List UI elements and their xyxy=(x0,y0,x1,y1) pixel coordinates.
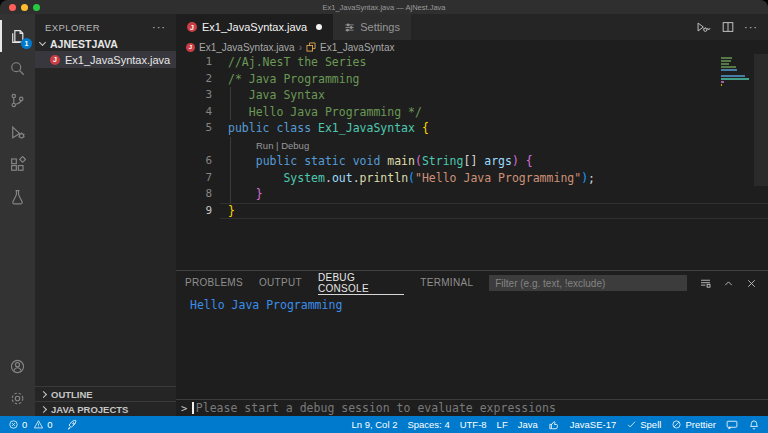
code-line: 7 System.out.println("Hello Java Program… xyxy=(176,170,768,187)
code-lines: 1//Aj.NesT the Series2/* Java Programmin… xyxy=(176,54,768,219)
line-number: 1 xyxy=(176,54,212,71)
minimap-line xyxy=(721,66,736,68)
chevron-down-icon: ⌄ xyxy=(705,23,712,32)
tab-settings[interactable]: Settings xyxy=(333,14,412,40)
debug-console-content: Hello Java Programming xyxy=(176,295,768,399)
problems-indicator[interactable]: 0 0 xyxy=(8,419,53,430)
window-controls xyxy=(0,4,40,11)
code-line: 8 } xyxy=(176,186,768,203)
modified-dot-icon[interactable] xyxy=(316,24,322,30)
activity-accounts[interactable] xyxy=(0,350,35,382)
panel-header: PROBLEMS OUTPUT DEBUG CONSOLE TERMINAL xyxy=(176,271,768,295)
sidebar-title: EXPLORER xyxy=(45,22,100,33)
line-number: 8 xyxy=(176,186,212,203)
error-icon xyxy=(8,419,19,430)
jdk-version[interactable]: JavaSE-17 xyxy=(570,419,616,430)
codelens-row: Run | Debug xyxy=(176,137,768,154)
cursor-position[interactable]: Ln 9, Col 2 xyxy=(351,419,397,430)
close-panel-icon[interactable] xyxy=(745,277,758,290)
panel-tab-output[interactable]: OUTPUT xyxy=(259,272,302,295)
panel-tab-problems[interactable]: PROBLEMS xyxy=(185,272,243,295)
activity-extensions[interactable] xyxy=(0,148,35,180)
text-cursor xyxy=(192,402,194,414)
panel-tab-debug-console[interactable]: DEBUG CONSOLE xyxy=(318,272,404,295)
breadcrumb-symbol[interactable]: Ex1_JavaSyntax xyxy=(320,42,395,53)
line-number xyxy=(176,137,212,154)
java-file-icon: J xyxy=(187,22,197,32)
slash-circle-icon xyxy=(671,419,682,430)
rocket-icon[interactable] xyxy=(66,419,78,431)
minimap[interactable] xyxy=(721,57,751,86)
activity-manage[interactable] xyxy=(0,382,35,414)
folder-ajnestjava[interactable]: AJNESTJAVA xyxy=(35,36,176,51)
vscode-window: Ex1_JavaSyntax.java — AjNest.Java 1 xyxy=(0,0,768,433)
source-control-icon xyxy=(9,92,26,109)
prettier-status[interactable]: Prettier xyxy=(671,419,716,430)
activity-testing[interactable] xyxy=(0,180,35,212)
minimap-line xyxy=(721,84,722,86)
tab-ex1-javasyntax[interactable]: J Ex1_JavaSyntax.java xyxy=(176,14,333,40)
activity-bar: 1 xyxy=(0,14,35,416)
activity-run-debug[interactable] xyxy=(0,116,35,148)
editor-tab-bar: J Ex1_JavaSyntax.java Settings ⌄ xyxy=(176,14,768,40)
line-number: 5 xyxy=(176,120,212,137)
activity-explorer[interactable]: 1 xyxy=(0,20,35,52)
java-file-icon: J xyxy=(186,43,195,52)
minimize-window-button[interactable] xyxy=(21,4,28,11)
beaker-icon xyxy=(9,188,26,205)
explorer-more-actions[interactable]: ··· xyxy=(152,21,166,33)
thumbs-up-icon[interactable] xyxy=(548,419,560,431)
line-number: 9 xyxy=(176,203,212,220)
code-line: 3 Java Syntax xyxy=(176,87,768,104)
gear-icon xyxy=(9,390,26,407)
chevron-right-icon xyxy=(40,405,47,412)
explorer-sidebar: EXPLORER ··· AJNESTJAVA J Ex1_JavaSyntax… xyxy=(35,14,176,416)
activity-search[interactable] xyxy=(0,52,35,84)
explorer-badge: 1 xyxy=(21,38,32,49)
minimap-line xyxy=(721,57,732,59)
feedback-icon[interactable] xyxy=(726,419,738,431)
editor-scrollbar[interactable] xyxy=(754,54,768,186)
zoom-window-button[interactable] xyxy=(33,4,40,11)
bell-icon[interactable] xyxy=(748,419,760,431)
split-editor-icon[interactable] xyxy=(721,20,735,34)
codelens-run-debug[interactable]: Run | Debug xyxy=(256,140,309,151)
filter-input[interactable] xyxy=(489,275,687,291)
console-input-placeholder: Please start a debug session to evaluate… xyxy=(196,401,556,415)
run-debug-icon xyxy=(9,124,26,141)
panel-tab-terminal[interactable]: TERMINAL xyxy=(420,272,473,295)
output-view-icon[interactable] xyxy=(699,277,712,290)
file-item-selected[interactable]: J Ex1_JavaSyntax.java xyxy=(35,51,176,68)
account-icon xyxy=(9,358,26,375)
status-bar: 0 0 Ln 9, Col 2 Spaces: 4 UTF-8 LF Java … xyxy=(0,416,768,433)
debug-console-input[interactable]: > Please start a debug session to evalua… xyxy=(176,399,768,416)
maximize-panel-icon[interactable] xyxy=(722,277,735,290)
minimap-line xyxy=(721,69,737,71)
class-icon xyxy=(306,42,316,52)
encoding[interactable]: UTF-8 xyxy=(460,419,487,430)
more-actions-button[interactable]: ··· xyxy=(744,21,758,33)
code-line: 1//Aj.NesT the Series xyxy=(176,54,768,71)
eol-sequence[interactable]: LF xyxy=(497,419,508,430)
minimap-line xyxy=(721,63,729,65)
indentation[interactable]: Spaces: 4 xyxy=(407,419,449,430)
chevron-down-icon xyxy=(39,39,46,46)
java-file-icon: J xyxy=(50,55,60,65)
spell-checker-status[interactable]: Spell xyxy=(626,419,661,430)
code-editor[interactable]: 1//Aj.NesT the Series2/* Java Programmin… xyxy=(176,54,768,270)
minimap-line xyxy=(721,81,724,83)
activity-source-control[interactable] xyxy=(0,84,35,116)
settings-sliders-icon xyxy=(344,22,355,33)
close-window-button[interactable] xyxy=(9,4,16,11)
console-prompt: > xyxy=(176,402,192,414)
minimap-line xyxy=(721,78,749,80)
console-output-line: Hello Java Programming xyxy=(190,298,342,312)
language-mode[interactable]: Java xyxy=(518,419,538,430)
sidebar-section-java-projects[interactable]: JAVA PROJECTS xyxy=(35,401,176,416)
search-icon xyxy=(9,60,26,77)
sidebar-section-outline[interactable]: OUTLINE xyxy=(35,386,176,401)
breadcrumb-file[interactable]: Ex1_JavaSyntax.java xyxy=(199,42,295,53)
run-or-debug-button[interactable]: ⌄ xyxy=(695,20,712,34)
line-number: 4 xyxy=(176,104,212,121)
title-bar: Ex1_JavaSyntax.java — AjNest.Java xyxy=(0,0,768,14)
